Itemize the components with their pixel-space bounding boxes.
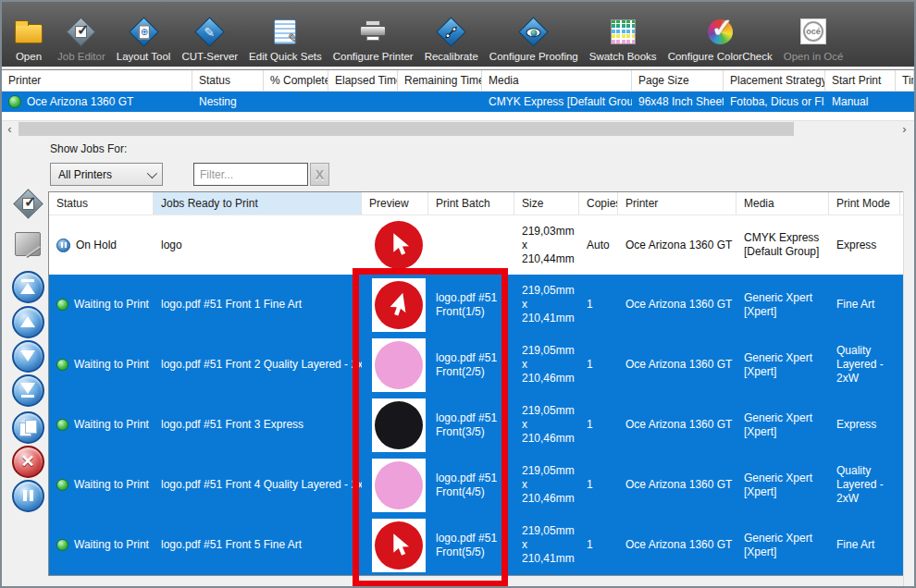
job-size-cell: 219,05mm x 210,46mm <box>514 464 579 506</box>
recalibrate-icon <box>434 15 469 48</box>
job-copies-cell: Auto <box>579 239 618 252</box>
job-status-cell: Waiting to Print <box>49 538 154 552</box>
job-mode-cell: Fine Art <box>829 538 900 552</box>
layout-tool-icon <box>126 15 161 48</box>
job-preview-cell[interactable] <box>362 278 428 332</box>
job-batch-cell: logo.pdf #51 Front(1/5) <box>428 291 514 319</box>
duplicate-job-button[interactable] <box>10 410 45 444</box>
col-header-size[interactable]: Size <box>514 192 579 214</box>
col-header-preview[interactable]: Preview <box>362 192 428 214</box>
job-row-logo[interactable]: On Hold logo 219,03mm x 210,44mm Auto Oc… <box>49 215 906 275</box>
col-header-status[interactable]: Status <box>192 70 264 91</box>
toolbar-label: Configure Printer <box>333 51 414 62</box>
col-header-media[interactable]: Media <box>482 70 632 91</box>
job-row-front-3[interactable]: Waiting to Print logo.pdf #51 Front 3 Ex… <box>49 395 906 455</box>
col-header-start-print[interactable]: Start Print <box>825 70 896 91</box>
jobs-vertical-scrollbar[interactable] <box>903 191 914 588</box>
toolbar-swatch-books-button[interactable]: Swatch Books <box>585 15 662 62</box>
toolbar-edit-quick-sets-button[interactable]: Edit Quick Sets <box>244 15 327 62</box>
toolbar-cut-server-button[interactable]: ✎ CUT-Server <box>177 15 242 62</box>
col-header-time[interactable]: Time <box>896 70 914 91</box>
toolbar-configure-printer-button[interactable]: Configure Printer <box>328 15 418 62</box>
preview-red-cursor-thumbnail <box>375 521 423 570</box>
col-header-media[interactable]: Media <box>737 192 829 214</box>
printer-panel: Printer Status % Complete Elapsed Time R… <box>2 69 914 120</box>
job-batch-cell: logo.pdf #51 Front(3/5) <box>428 411 514 439</box>
print-queue-window: Open Job Editor Layout Tool ✎ CUT-Server… <box>0 0 916 588</box>
toolbar-configure-colorcheck-button[interactable]: Configure ColorCheck <box>663 15 777 62</box>
job-preview-cell[interactable] <box>362 338 428 392</box>
job-preview-cell[interactable] <box>362 398 428 452</box>
move-job-up-button[interactable] <box>10 305 45 338</box>
move-job-to-top-button[interactable] <box>10 270 45 303</box>
job-preview-cell[interactable] <box>362 459 428 512</box>
col-header-percent-complete[interactable]: % Complete <box>264 70 328 91</box>
col-header-status[interactable]: Status <box>49 192 154 214</box>
col-header-placement-strategy[interactable]: Placement Strategy <box>724 70 825 91</box>
col-header-print-batch[interactable]: Print Batch <box>428 192 514 214</box>
job-printer-cell: Oce Arizona 1360 GT <box>618 538 737 552</box>
job-copies-cell: 1 <box>579 298 618 312</box>
col-header-elapsed-time[interactable]: Elapsed Time <box>328 70 398 91</box>
col-header-jobs-ready-to-print[interactable]: Jobs Ready to Print <box>154 192 362 214</box>
toolbar-label: Open <box>16 51 42 62</box>
move-job-to-bottom-button[interactable] <box>10 374 45 407</box>
job-name-cell: logo.pdf #51 Front 5 Fine Art <box>154 538 362 552</box>
job-media-cell: Generic Xpert [Xpert] <box>737 351 829 379</box>
toolbar-configure-proofing-button[interactable]: Configure Proofing <box>485 15 583 62</box>
col-header-print-mode[interactable]: Print Mode <box>829 192 900 214</box>
printer-filter-dropdown[interactable]: All Printers <box>50 163 163 186</box>
preview-red-cursor-thumbnail <box>375 221 423 269</box>
toolbar-label: Configure Proofing <box>489 51 578 62</box>
toolbar-recalibrate-button[interactable]: Recalibrate <box>420 15 483 62</box>
scroll-left-arrow-icon[interactable]: ‹ <box>2 121 18 137</box>
job-size-cell: 219,03mm x 210,44mm <box>514 225 579 266</box>
printer-status-cell: Nesting <box>192 95 264 108</box>
job-preview-cell[interactable] <box>362 218 428 272</box>
job-name-cell: logo.pdf #51 Front 4 Quality Layered - 2… <box>154 478 362 492</box>
job-row-front-4[interactable]: Waiting to Print logo.pdf #51 Front 4 Qu… <box>49 455 906 515</box>
waiting-green-icon <box>56 299 68 311</box>
job-row-front-1[interactable]: Waiting to Print logo.pdf #51 Front 1 Fi… <box>49 275 906 335</box>
job-status-cell: On Hold <box>49 239 154 252</box>
job-name-cell: logo.pdf #51 Front 2 Quality Layered - 2… <box>154 358 362 372</box>
col-header-page-size[interactable]: Page Size <box>632 70 724 91</box>
configure-colorcheck-icon <box>702 15 737 48</box>
printer-start-print-cell: Manual <box>825 95 896 108</box>
job-preview-cell[interactable] <box>362 519 428 572</box>
toolbar-label: Edit Quick Sets <box>249 51 322 62</box>
job-mode-cell: Express <box>829 418 900 432</box>
open-folder-icon <box>11 15 46 48</box>
clear-filter-button[interactable]: X <box>310 163 329 186</box>
job-editor-icon <box>64 15 99 48</box>
scroll-right-arrow-icon[interactable]: › <box>897 121 912 137</box>
job-batch-cell: logo.pdf #51 Front(5/5) <box>428 532 514 559</box>
col-header-remaining-time[interactable]: Remaining Time <box>398 70 482 91</box>
delete-job-button[interactable]: ✕ <box>10 445 45 478</box>
open-job-editor-icon <box>10 187 45 220</box>
waiting-green-icon <box>56 479 68 491</box>
toolbar-layout-tool-button[interactable]: Layout Tool <box>112 15 176 62</box>
horizontal-scroll-thumb[interactable] <box>19 122 794 136</box>
col-header-copies[interactable]: Copies <box>579 192 618 214</box>
col-header-printer[interactable]: Printer <box>618 192 737 214</box>
job-row-front-2[interactable]: Waiting to Print logo.pdf #51 Front 2 Qu… <box>49 335 906 395</box>
job-media-cell: CMYK Express [Default Group] <box>737 231 829 259</box>
toolbar-open-button[interactable]: Open <box>6 15 51 62</box>
job-filter-input[interactable] <box>193 163 308 186</box>
hold-job-button[interactable] <box>10 479 45 512</box>
preview-red-cursor-thumbnail <box>375 281 423 329</box>
job-media-cell: Generic Xpert [Xpert] <box>737 472 829 499</box>
job-row-front-5[interactable]: Waiting to Print logo.pdf #51 Front 5 Fi… <box>49 515 906 575</box>
printer-horizontal-scrollbar[interactable]: ‹ › <box>2 120 914 136</box>
col-header-printer[interactable]: Printer <box>2 70 192 91</box>
printer-row-oce-arizona[interactable]: Oce Arizona 1360 GT Nesting CMYK Express… <box>2 92 914 112</box>
toolbar-label: CUT-Server <box>181 51 238 62</box>
printer-name-cell: Oce Arizona 1360 GT <box>2 95 192 108</box>
waiting-green-icon <box>56 419 68 431</box>
job-name-cell: logo <box>154 239 362 252</box>
printer-media-cell: CMYK Express [Default Group] <box>482 95 632 108</box>
toolbar-job-editor-button: Job Editor <box>53 15 110 62</box>
job-copies-cell: 1 <box>579 478 618 492</box>
move-job-down-button[interactable] <box>10 339 45 373</box>
